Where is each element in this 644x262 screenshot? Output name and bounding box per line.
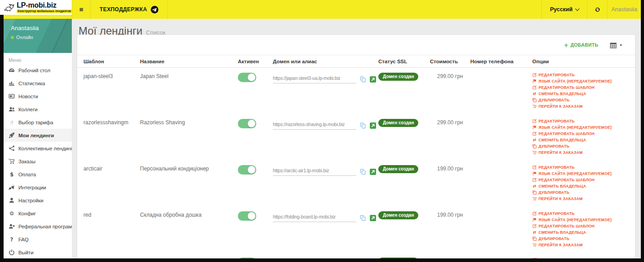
- copy-icon[interactable]: [360, 76, 366, 83]
- brand-tagline: Конструктор мобильных лендингов: [17, 9, 72, 13]
- caret-down-icon: ▼: [619, 44, 622, 47]
- sidebar-item-cart[interactable]: Заказы: [4, 155, 72, 168]
- option-link-exchange[interactable]: ⇄СМЕНИТЬ ВЛАДЕЛЬЦА: [532, 92, 629, 96]
- sidebar-item-user[interactable]: Настройки: [4, 194, 72, 207]
- support-button[interactable]: ТЕХПОДДЕРЖКА: [91, 0, 168, 19]
- toggle-knob: [248, 212, 255, 220]
- option-link-edit[interactable]: РЕДАКТИРОВАТЬ ШАБЛОН: [532, 224, 629, 228]
- main-content: Мої лендінгиСписок + ДОБАВИТЬ ▼ ШаблонНа…: [72, 19, 641, 258]
- option-link-edit[interactable]: РЕДАКТИРОВАТЬ ШАБЛОН: [532, 131, 629, 136]
- user-menu-button[interactable]: Anastasiia: [608, 0, 641, 19]
- option-link-duplicate[interactable]: ДУБЛИРОВАТЬ: [532, 236, 629, 241]
- online-status-dot: [11, 36, 14, 39]
- option-link-exchange[interactable]: ⇄СМЕНИТЬ ВЛАДЕЛЬЦА: [532, 230, 629, 235]
- option-label: РЕДАКТИРОВАТЬ: [539, 73, 574, 77]
- option-link-edit[interactable]: РЕДАКТИРОВАТЬ: [532, 211, 629, 216]
- dashboard-icon: [8, 67, 15, 74]
- option-label: РЕДАКТИРОВАТЬ ШАБЛОН: [539, 85, 595, 90]
- option-link-language[interactable]: ЯЗЫК САЙТА (НЕРЕДАКТИРУЕМОЕ): [532, 218, 629, 222]
- option-link-duplicate[interactable]: ДУБЛИРОВАТЬ: [532, 144, 629, 148]
- external-link-icon[interactable]: [370, 215, 376, 221]
- copy-icon[interactable]: [360, 215, 366, 221]
- sidebar-item-users[interactable]: Коллеги: [4, 103, 72, 116]
- phone-value: [470, 72, 532, 114]
- sidebar-item-landing[interactable]: Мои лендинги: [4, 129, 72, 142]
- option-link-edit[interactable]: РЕДАКТИРОВАТЬ: [532, 73, 629, 77]
- language-dropdown[interactable]: Русский: [541, 0, 587, 19]
- table-icon: [610, 42, 617, 48]
- phone-value: [470, 164, 532, 206]
- domain-input[interactable]: https://razorless-shaving.lp-mobi.biz: [273, 120, 356, 130]
- sidebar-item-label: Конфиг: [18, 211, 36, 216]
- online-status-label: Онлайн: [16, 35, 33, 40]
- news-icon: [8, 93, 15, 100]
- sidebar-item-hand-pointer[interactable]: ☝Выбор тарифа: [4, 116, 72, 129]
- option-link-duplicate[interactable]: ДУБЛИРОВАТЬ: [532, 190, 629, 195]
- active-toggle[interactable]: [238, 119, 256, 128]
- option-link-exchange[interactable]: ⇄СМЕНИТЬ ВЛАДЕЛЬЦА: [532, 184, 629, 188]
- template-name: razorlessshavingm: [83, 118, 140, 160]
- option-link-cart[interactable]: ПЕРЕЙТИ К ЗАКАЗАМ: [532, 150, 629, 155]
- option-link-language[interactable]: ЯЗЫК САЙТА (НЕРЕДАКТИРУЕМОЕ): [532, 125, 629, 130]
- sidebar-item-dashboard[interactable]: Рабочий стол: [4, 64, 72, 77]
- option-link-cart[interactable]: ПЕРЕЙТИ К ЗАКАЗАМ: [532, 104, 629, 109]
- active-toggle[interactable]: [238, 211, 256, 221]
- table-row: japan-steel3Japan Steelhttps://japan-ste…: [77, 68, 635, 114]
- phone-value: [470, 210, 532, 253]
- price-value: 299.00 грн: [430, 72, 470, 114]
- edit-icon: [532, 131, 537, 136]
- domain-input[interactable]: https://japan-steel3-ua.lp-mobi.biz: [273, 74, 356, 83]
- exchange-icon: ⇄: [532, 138, 537, 142]
- sidebar-item-power[interactable]: Выйти: [4, 246, 72, 258]
- option-link-exchange[interactable]: ⇄СМЕНИТЬ ВЛАДЕЛЬЦА: [532, 138, 629, 142]
- refresh-button[interactable]: [587, 0, 608, 19]
- sidebar-item-label: Настройки: [18, 198, 44, 203]
- phone-value: [470, 118, 532, 160]
- option-link-language[interactable]: ЯЗЫК САЙТА (НЕРЕДАКТИРУЕМОЕ): [532, 171, 629, 176]
- active-toggle[interactable]: [238, 165, 256, 175]
- option-label: РЕДАКТИРОВАТЬ ШАБЛОН: [539, 131, 595, 136]
- sidebar-item-chart[interactable]: Статистика: [4, 77, 72, 90]
- domain-input[interactable]: https://arctic-air1.lp-mobi.biz: [273, 166, 356, 176]
- sidebar-item-share[interactable]: Коллективные лендинги: [4, 142, 72, 155]
- external-link-icon[interactable]: [370, 169, 376, 175]
- price-value: 199.00 грн: [430, 164, 470, 206]
- sidebar-item-plug[interactable]: Интеграции: [4, 181, 72, 194]
- sidebar-item-dollar[interactable]: $Оплата: [4, 168, 72, 181]
- plus-icon: +: [564, 42, 569, 48]
- option-label: РЕДАКТИРОВАТЬ ШАБЛОН: [539, 178, 595, 182]
- option-link-cart[interactable]: ПЕРЕЙТИ К ЗАКАЗАМ: [532, 243, 629, 247]
- exchange-icon: ⇄: [532, 92, 537, 96]
- telegram-icon: [151, 6, 158, 13]
- dog-icon: [4, 2, 14, 13]
- option-link-edit[interactable]: РЕДАКТИРОВАТЬ ШАБЛОН: [532, 85, 629, 90]
- brand-logo[interactable]: LP-mobi.biz Конструктор мобильных лендин…: [0, 0, 72, 15]
- sidebar-item-news[interactable]: Новости: [4, 90, 72, 103]
- column-header: Стоимость: [430, 59, 470, 64]
- chevron-down-icon: [575, 6, 580, 11]
- option-link-cart[interactable]: ПЕРЕЙТИ К ЗАКАЗАМ: [532, 196, 629, 201]
- option-link-language[interactable]: ЯЗЫК САЙТА (НЕРЕДАКТИРУЕМОЕ): [532, 79, 629, 83]
- option-link-edit[interactable]: РЕДАКТИРОВАТЬ: [532, 119, 629, 123]
- sidebar-item-label: Коллеги: [18, 107, 38, 112]
- sidebar-toggle-button[interactable]: ≡: [72, 0, 91, 19]
- domain-input[interactable]: https://folding-board.lp-mobi.biz: [273, 212, 356, 222]
- external-link-icon[interactable]: [370, 76, 376, 83]
- view-options-button[interactable]: ▼: [610, 42, 622, 48]
- active-toggle[interactable]: [238, 73, 256, 82]
- hand-pointer-icon: ☝: [8, 119, 15, 126]
- sidebar-item-question[interactable]: ?FAQ: [4, 233, 72, 246]
- option-label: РЕДАКТИРОВАТЬ ШАБЛОН: [539, 224, 595, 228]
- price-value: 199.00 грн: [430, 210, 470, 253]
- copy-icon[interactable]: [360, 122, 366, 129]
- sidebar-item-user-plus[interactable]: Реферальная программа: [4, 220, 72, 233]
- option-link-edit[interactable]: РЕДАКТИРОВАТЬ ШАБЛОН: [532, 178, 629, 182]
- option-link-duplicate[interactable]: ДУБЛИРОВАТЬ: [532, 98, 629, 102]
- option-link-edit[interactable]: РЕДАКТИРОВАТЬ: [532, 165, 629, 170]
- external-link-icon[interactable]: [370, 122, 376, 129]
- language-icon: [532, 218, 537, 222]
- add-landing-button[interactable]: + ДОБАВИТЬ: [564, 42, 598, 48]
- sidebar-item-cogs[interactable]: ⚙Конфиг: [4, 207, 72, 220]
- copy-icon[interactable]: [360, 169, 366, 175]
- sidebar-item-label: Коллективные лендинги: [18, 146, 72, 151]
